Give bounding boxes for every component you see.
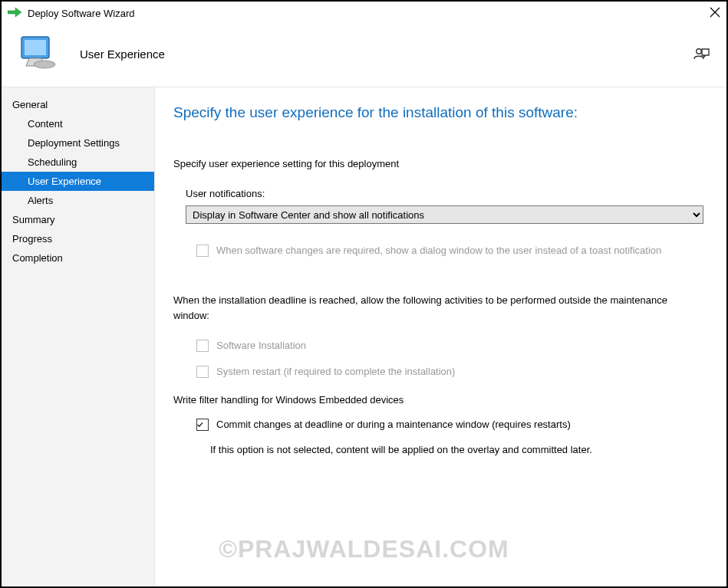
sidebar-item-progress[interactable]: Progress [2, 229, 154, 248]
sidebar-item-scheduling[interactable]: Scheduling [2, 153, 154, 172]
wizard-header: User Experience [2, 25, 726, 87]
wizard-sidebar: GeneralContentDeployment SettingsSchedul… [2, 87, 155, 586]
svg-point-2 [34, 61, 55, 68]
wizard-window: Deploy Software Wizard User Experience [0, 0, 728, 588]
sidebar-item-user-experience[interactable]: User Experience [2, 172, 154, 191]
embedded-group-label: Write filter handling for Windows Embedd… [173, 394, 703, 406]
software-install-checkbox-row: Software Installation [196, 339, 703, 353]
system-restart-checkbox [196, 366, 209, 378]
wizard-main: Specify the user experience for the inst… [155, 87, 726, 586]
sidebar-item-completion[interactable]: Completion [2, 248, 154, 268]
title-bar-left: Deploy Software Wizard [8, 7, 134, 20]
wizard-header-left: User Experience [18, 35, 165, 73]
deadline-group-label: When the installation deadline is reache… [173, 293, 703, 324]
page-heading: Specify the user experience for the inst… [173, 104, 703, 121]
feedback-icon[interactable] [693, 46, 710, 63]
dialog-window-checkbox [196, 245, 209, 257]
system-restart-checkbox-row: System restart (if required to complete … [196, 365, 703, 379]
commit-changes-checkbox-row[interactable]: Commit changes at deadline or during a m… [196, 418, 703, 432]
window-title: Deploy Software Wizard [28, 8, 134, 19]
svg-rect-1 [25, 40, 46, 55]
sidebar-item-deployment-settings[interactable]: Deployment Settings [2, 133, 154, 153]
wizard-page-name: User Experience [80, 48, 165, 61]
section-intro: Specify user experience setting for this… [173, 158, 703, 169]
commit-changes-help: If this option is not selected, content … [210, 444, 703, 455]
user-notifications-select[interactable]: Display in Software Center and show all … [186, 205, 703, 224]
system-restart-checkbox-label: System restart (if required to complete … [216, 365, 455, 379]
commit-changes-checkbox-label: Commit changes at deadline or during a m… [216, 418, 571, 432]
sidebar-item-content[interactable]: Content [2, 114, 154, 133]
monitor-icon [18, 35, 57, 73]
commit-changes-checkbox[interactable] [196, 419, 209, 431]
close-icon [710, 5, 720, 21]
dialog-window-checkbox-label: When software changes are required, show… [216, 244, 661, 258]
dialog-window-checkbox-row: When software changes are required, show… [196, 244, 703, 258]
svg-point-3 [697, 48, 701, 53]
sidebar-item-alerts[interactable]: Alerts [2, 191, 154, 210]
title-bar: Deploy Software Wizard [2, 2, 726, 25]
software-install-checkbox-label: Software Installation [216, 339, 306, 353]
wizard-body: GeneralContentDeployment SettingsSchedul… [2, 87, 726, 586]
sidebar-item-general[interactable]: General [2, 95, 154, 114]
user-notifications-label: User notifications: [186, 188, 703, 199]
deploy-arrow-icon [8, 7, 21, 20]
close-button[interactable] [690, 5, 720, 21]
sidebar-item-summary[interactable]: Summary [2, 210, 154, 229]
software-install-checkbox [196, 340, 209, 352]
